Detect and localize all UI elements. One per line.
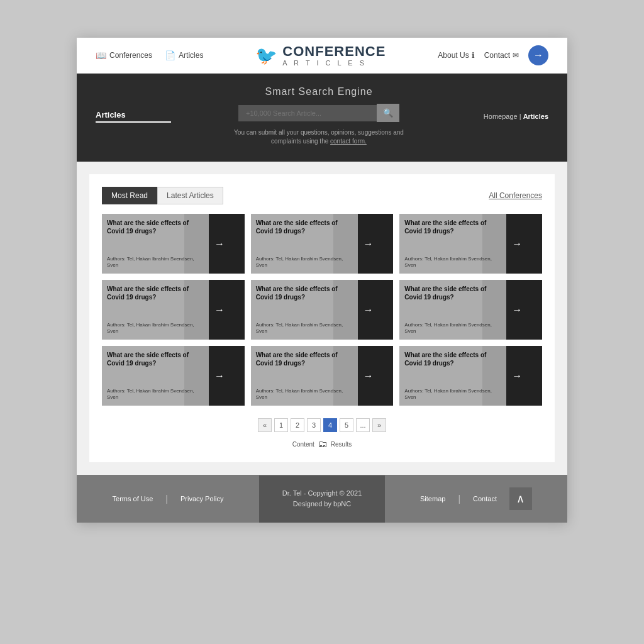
article-card[interactable]: What are the side effects of Covid 19 dr…	[251, 214, 394, 274]
article-authors: Authors: Tel, Hakan Ibrahim Svendsen, Sv…	[107, 388, 204, 401]
breadcrumb-current: Articles	[523, 113, 548, 120]
search-button[interactable]: 🔍	[377, 104, 399, 122]
article-card[interactable]: What are the side effects of Covid 19 dr…	[102, 346, 245, 406]
search-band-inner: Articles Smart Search Engine 🔍 You can s…	[96, 86, 548, 146]
logo[interactable]: 🐦 CONFERENCE A R T I C L E S	[255, 44, 386, 67]
search-band: Articles Smart Search Engine 🔍 You can s…	[77, 74, 567, 162]
article-title: What are the side effects of Covid 19 dr…	[107, 351, 204, 367]
article-arrow-icon: →	[512, 304, 522, 316]
tabs-row: Most Read Latest Articles All Conference…	[102, 187, 542, 204]
sitemap-link[interactable]: Sitemap	[420, 495, 445, 502]
article-title: What are the side effects of Covid 19 dr…	[107, 219, 204, 235]
article-card[interactable]: What are the side effects of Covid 19 dr…	[251, 346, 394, 406]
article-authors: Authors: Tel, Hakan Ibrahim Svendsen, Sv…	[107, 256, 204, 269]
article-authors: Authors: Tel, Hakan Ibrahim Svendsen, Sv…	[256, 322, 353, 335]
card-content: What are the side effects of Covid 19 dr…	[399, 280, 506, 340]
search-input[interactable]	[238, 105, 377, 121]
article-authors: Authors: Tel, Hakan Ibrahim Svendsen, Sv…	[256, 388, 353, 401]
mail-icon: ✉	[513, 51, 519, 60]
search-sub-text: You can submit all your questions, opini…	[234, 128, 404, 146]
arrow-button[interactable]: →	[528, 45, 548, 65]
page-wrapper: 📖 Conferences 📄 Articles 🐦 CONFERENCE A …	[77, 38, 567, 523]
page-3[interactable]: 3	[307, 418, 321, 432]
article-card[interactable]: What are the side effects of Covid 19 dr…	[251, 280, 394, 340]
breadcrumb-home[interactable]: Homepage	[484, 113, 518, 120]
card-content: What are the side effects of Covid 19 dr…	[251, 346, 358, 406]
about-us-link[interactable]: About Us ℹ	[438, 51, 474, 60]
page-5[interactable]: 5	[340, 418, 353, 432]
article-arrow-icon: →	[364, 238, 374, 250]
article-card[interactable]: What are the side effects of Covid 19 dr…	[399, 346, 542, 406]
page-2[interactable]: 2	[291, 418, 304, 432]
article-title: What are the side effects of Covid 19 dr…	[256, 219, 353, 235]
article-authors: Authors: Tel, Hakan Ibrahim Svendsen, Sv…	[107, 322, 204, 335]
tab-most-read[interactable]: Most Read	[102, 187, 157, 204]
footer-center: Dr. Tel - Copyright © 2021 Designed by b…	[259, 475, 385, 523]
footer-right: Sitemap | Contact ∧	[385, 475, 567, 523]
nav-articles[interactable]: 📄 Articles	[165, 50, 203, 60]
article-arrow-icon: →	[512, 238, 522, 250]
card-content: What are the side effects of Covid 19 dr…	[251, 214, 358, 274]
card-content: What are the side effects of Covid 19 dr…	[399, 214, 506, 274]
article-arrow-icon: →	[214, 238, 225, 250]
articles-grid: What are the side effects of Covid 19 dr…	[102, 214, 542, 406]
footer-divider-2: |	[458, 494, 460, 504]
card-content: What are the side effects of Covid 19 dr…	[102, 346, 209, 406]
contact-form-link[interactable]: contact form.	[330, 138, 367, 145]
arrow-icon: →	[533, 50, 543, 61]
section-title: Articles	[96, 110, 171, 123]
content-results: Content 🗂 Results	[102, 438, 542, 450]
article-authors: Authors: Tel, Hakan Ibrahim Svendsen, Sv…	[256, 256, 353, 269]
page-last[interactable]: »	[372, 418, 386, 432]
about-us-label: About Us	[438, 51, 469, 60]
tabs-left: Most Read Latest Articles	[102, 187, 223, 204]
article-arrow-icon: →	[364, 304, 374, 316]
all-conferences-link[interactable]: All Conferences	[489, 191, 542, 200]
nav-left: 📖 Conferences 📄 Articles	[96, 50, 203, 60]
article-card[interactable]: What are the side effects of Covid 19 dr…	[102, 214, 245, 274]
article-arrow-icon: →	[512, 370, 522, 382]
article-authors: Authors: Tel, Hakan Ibrahim Svendsen, Sv…	[404, 322, 501, 335]
tab-latest-articles[interactable]: Latest Articles	[157, 187, 223, 204]
search-sub-line1: You can submit all your questions, opini…	[234, 129, 404, 136]
logo-conference-text: CONFERENCE	[282, 44, 386, 59]
nav-conferences[interactable]: 📖 Conferences	[96, 50, 152, 60]
search-center: Smart Search Engine 🔍 You can submit all…	[171, 86, 467, 146]
footer-contact-link[interactable]: Contact	[473, 495, 497, 502]
footer: Terms of Use | Privacy Policy Dr. Tel - …	[77, 475, 567, 523]
page-first[interactable]: «	[258, 418, 272, 432]
contact-label: Contact	[484, 51, 510, 60]
contact-link[interactable]: Contact ✉	[484, 51, 519, 60]
scroll-top-button[interactable]: ∧	[509, 487, 532, 510]
article-title: What are the side effects of Covid 19 dr…	[404, 285, 501, 301]
terms-of-use-link[interactable]: Terms of Use	[113, 495, 153, 502]
article-card[interactable]: What are the side effects of Covid 19 dr…	[399, 214, 542, 274]
page-1[interactable]: 1	[274, 418, 288, 432]
info-icon: ℹ	[472, 51, 475, 60]
article-title: What are the side effects of Covid 19 dr…	[256, 285, 353, 301]
article-arrow-icon: →	[364, 370, 374, 382]
results-icon: 🗂	[318, 438, 328, 450]
search-sub-line2: complaints using the contact form.	[271, 138, 367, 145]
chevron-up-icon: ∧	[516, 492, 525, 506]
article-title: What are the side effects of Covid 19 dr…	[107, 285, 204, 301]
page-4[interactable]: 4	[323, 418, 337, 432]
pagination: « 1 2 3 4 5 ... »	[102, 418, 542, 432]
privacy-policy-link[interactable]: Privacy Policy	[180, 495, 223, 502]
breadcrumb-col: Homepage | Articles	[467, 113, 548, 120]
footer-left: Terms of Use | Privacy Policy	[77, 481, 259, 516]
article-arrow-icon: →	[214, 370, 225, 382]
logo-articles-text: A R T I C L E S	[282, 59, 386, 67]
logo-bird-icon: 🐦	[255, 45, 277, 66]
nav-right: About Us ℹ Contact ✉ →	[438, 45, 548, 65]
article-card[interactable]: What are the side effects of Covid 19 dr…	[399, 280, 542, 340]
results-label: Results	[331, 441, 352, 448]
card-content: What are the side effects of Covid 19 dr…	[102, 280, 209, 340]
book-icon: 📖	[96, 50, 106, 60]
content-area: Most Read Latest Articles All Conference…	[77, 162, 567, 475]
article-arrow-icon: →	[214, 304, 225, 316]
article-authors: Authors: Tel, Hakan Ibrahim Svendsen, Sv…	[404, 256, 501, 269]
page-ellipsis: ...	[356, 418, 370, 432]
article-card[interactable]: What are the side effects of Covid 19 dr…	[102, 280, 245, 340]
article-title: What are the side effects of Covid 19 dr…	[404, 219, 501, 235]
